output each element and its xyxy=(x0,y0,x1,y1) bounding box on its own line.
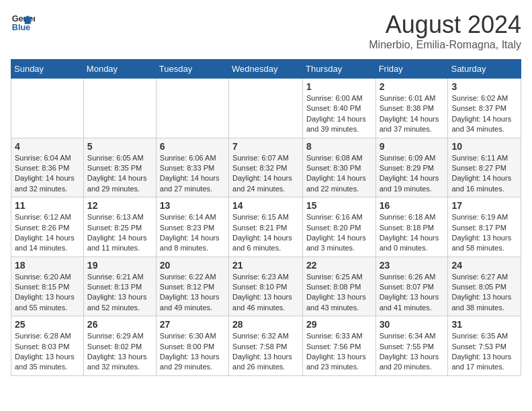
calendar-cell: 24Sunrise: 6:27 AM Sunset: 8:05 PM Dayli… xyxy=(448,257,521,316)
day-number: 24 xyxy=(451,260,517,271)
calendar-cell: 14Sunrise: 6:15 AM Sunset: 8:21 PM Dayli… xyxy=(229,197,303,257)
day-number: 19 xyxy=(87,260,152,271)
day-number: 8 xyxy=(306,141,372,152)
day-number: 27 xyxy=(160,319,225,330)
day-info: Sunrise: 6:33 AM Sunset: 7:56 PM Dayligh… xyxy=(306,331,372,373)
calendar-cell: 20Sunrise: 6:22 AM Sunset: 8:12 PM Dayli… xyxy=(156,257,228,316)
day-number: 2 xyxy=(380,81,445,92)
day-info: Sunrise: 6:26 AM Sunset: 8:07 PM Dayligh… xyxy=(380,272,445,314)
day-number: 20 xyxy=(160,260,225,271)
calendar-cell: 30Sunrise: 6:34 AM Sunset: 7:55 PM Dayli… xyxy=(375,316,448,376)
calendar-cell: 17Sunrise: 6:19 AM Sunset: 8:17 PM Dayli… xyxy=(448,197,521,257)
day-number: 28 xyxy=(232,319,299,330)
day-info: Sunrise: 6:15 AM Sunset: 8:21 PM Dayligh… xyxy=(232,212,299,254)
calendar-cell: 11Sunrise: 6:12 AM Sunset: 8:26 PM Dayli… xyxy=(11,197,84,257)
day-number: 18 xyxy=(15,260,80,271)
calendar-cell: 25Sunrise: 6:28 AM Sunset: 8:03 PM Dayli… xyxy=(11,316,84,376)
calendar-cell: 5Sunrise: 6:05 AM Sunset: 8:35 PM Daylig… xyxy=(83,138,156,197)
svg-text:Blue: Blue xyxy=(12,23,30,32)
day-number: 17 xyxy=(451,200,517,211)
day-header: Thursday xyxy=(302,60,375,79)
calendar-week-row: 18Sunrise: 6:20 AM Sunset: 8:15 PM Dayli… xyxy=(11,257,521,316)
day-info: Sunrise: 6:23 AM Sunset: 8:10 PM Dayligh… xyxy=(232,272,299,314)
calendar-cell: 1Sunrise: 6:00 AM Sunset: 8:40 PM Daylig… xyxy=(302,79,375,138)
calendar-cell: 26Sunrise: 6:29 AM Sunset: 8:02 PM Dayli… xyxy=(83,316,156,376)
page-header: General Blue August 2024 Minerbio, Emili… xyxy=(11,11,521,51)
day-info: Sunrise: 6:11 AM Sunset: 8:27 PM Dayligh… xyxy=(451,153,517,195)
calendar-cell: 8Sunrise: 6:08 AM Sunset: 8:30 PM Daylig… xyxy=(302,138,375,197)
logo-icon: General Blue xyxy=(11,11,35,35)
day-header: Wednesday xyxy=(229,60,303,79)
day-info: Sunrise: 6:01 AM Sunset: 8:38 PM Dayligh… xyxy=(380,93,445,135)
calendar-cell xyxy=(11,79,84,138)
day-number: 22 xyxy=(306,260,372,271)
calendar-cell: 23Sunrise: 6:26 AM Sunset: 8:07 PM Dayli… xyxy=(375,257,448,316)
day-header: Friday xyxy=(375,60,448,79)
subtitle: Minerbio, Emilia-Romagna, Italy xyxy=(369,39,521,51)
calendar-cell: 10Sunrise: 6:11 AM Sunset: 8:27 PM Dayli… xyxy=(448,138,521,197)
calendar-cell xyxy=(83,79,156,138)
calendar-week-row: 4Sunrise: 6:04 AM Sunset: 8:36 PM Daylig… xyxy=(11,138,521,197)
day-info: Sunrise: 6:29 AM Sunset: 8:02 PM Dayligh… xyxy=(87,331,152,373)
calendar-cell: 13Sunrise: 6:14 AM Sunset: 8:23 PM Dayli… xyxy=(156,197,228,257)
title-block: August 2024 Minerbio, Emilia-Romagna, It… xyxy=(369,11,521,51)
day-number: 16 xyxy=(380,200,445,211)
day-number: 26 xyxy=(87,319,152,330)
calendar-cell: 3Sunrise: 6:02 AM Sunset: 8:37 PM Daylig… xyxy=(448,79,521,138)
day-number: 13 xyxy=(160,200,225,211)
day-info: Sunrise: 6:25 AM Sunset: 8:08 PM Dayligh… xyxy=(306,272,372,314)
day-number: 23 xyxy=(380,260,445,271)
calendar-cell xyxy=(229,79,303,138)
day-info: Sunrise: 6:12 AM Sunset: 8:26 PM Dayligh… xyxy=(15,212,80,254)
calendar-cell xyxy=(156,79,228,138)
calendar-cell: 22Sunrise: 6:25 AM Sunset: 8:08 PM Dayli… xyxy=(302,257,375,316)
calendar-cell: 31Sunrise: 6:35 AM Sunset: 7:53 PM Dayli… xyxy=(448,316,521,376)
day-info: Sunrise: 6:05 AM Sunset: 8:35 PM Dayligh… xyxy=(87,153,152,195)
day-info: Sunrise: 6:02 AM Sunset: 8:37 PM Dayligh… xyxy=(451,93,517,135)
calendar-cell: 2Sunrise: 6:01 AM Sunset: 8:38 PM Daylig… xyxy=(375,79,448,138)
day-number: 10 xyxy=(451,141,517,152)
calendar-cell: 19Sunrise: 6:21 AM Sunset: 8:13 PM Dayli… xyxy=(83,257,156,316)
day-info: Sunrise: 6:07 AM Sunset: 8:32 PM Dayligh… xyxy=(232,153,299,195)
calendar-cell: 28Sunrise: 6:32 AM Sunset: 7:58 PM Dayli… xyxy=(229,316,303,376)
day-info: Sunrise: 6:32 AM Sunset: 7:58 PM Dayligh… xyxy=(232,331,299,373)
day-info: Sunrise: 6:13 AM Sunset: 8:25 PM Dayligh… xyxy=(87,212,152,254)
day-info: Sunrise: 6:35 AM Sunset: 7:53 PM Dayligh… xyxy=(451,331,517,373)
calendar-body: 1Sunrise: 6:00 AM Sunset: 8:40 PM Daylig… xyxy=(11,79,521,376)
calendar-cell: 21Sunrise: 6:23 AM Sunset: 8:10 PM Dayli… xyxy=(229,257,303,316)
day-number: 11 xyxy=(15,200,80,211)
day-info: Sunrise: 6:08 AM Sunset: 8:30 PM Dayligh… xyxy=(306,153,372,195)
calendar-cell: 29Sunrise: 6:33 AM Sunset: 7:56 PM Dayli… xyxy=(302,316,375,376)
calendar-cell: 6Sunrise: 6:06 AM Sunset: 8:33 PM Daylig… xyxy=(156,138,228,197)
day-info: Sunrise: 6:09 AM Sunset: 8:29 PM Dayligh… xyxy=(380,153,445,195)
day-number: 29 xyxy=(306,319,372,330)
day-info: Sunrise: 6:34 AM Sunset: 7:55 PM Dayligh… xyxy=(380,331,445,373)
calendar-cell: 16Sunrise: 6:18 AM Sunset: 8:18 PM Dayli… xyxy=(375,197,448,257)
day-info: Sunrise: 6:00 AM Sunset: 8:40 PM Dayligh… xyxy=(306,93,372,135)
day-info: Sunrise: 6:04 AM Sunset: 8:36 PM Dayligh… xyxy=(15,153,80,195)
day-number: 21 xyxy=(232,260,299,271)
calendar-cell: 9Sunrise: 6:09 AM Sunset: 8:29 PM Daylig… xyxy=(375,138,448,197)
day-number: 15 xyxy=(306,200,372,211)
day-info: Sunrise: 6:18 AM Sunset: 8:18 PM Dayligh… xyxy=(380,212,445,254)
main-title: August 2024 xyxy=(369,11,521,39)
day-number: 12 xyxy=(87,200,152,211)
day-number: 30 xyxy=(380,319,445,330)
day-number: 1 xyxy=(306,81,372,92)
day-info: Sunrise: 6:20 AM Sunset: 8:15 PM Dayligh… xyxy=(15,272,80,314)
day-info: Sunrise: 6:22 AM Sunset: 8:12 PM Dayligh… xyxy=(160,272,225,314)
calendar-cell: 7Sunrise: 6:07 AM Sunset: 8:32 PM Daylig… xyxy=(229,138,303,197)
logo: General Blue xyxy=(11,11,35,35)
day-info: Sunrise: 6:28 AM Sunset: 8:03 PM Dayligh… xyxy=(15,331,80,373)
day-number: 9 xyxy=(380,141,445,152)
day-info: Sunrise: 6:19 AM Sunset: 8:17 PM Dayligh… xyxy=(451,212,517,254)
day-number: 7 xyxy=(232,141,299,152)
day-header: Tuesday xyxy=(156,60,228,79)
day-info: Sunrise: 6:21 AM Sunset: 8:13 PM Dayligh… xyxy=(87,272,152,314)
calendar-cell: 18Sunrise: 6:20 AM Sunset: 8:15 PM Dayli… xyxy=(11,257,84,316)
day-number: 31 xyxy=(451,319,517,330)
day-header: Saturday xyxy=(448,60,521,79)
day-number: 6 xyxy=(160,141,225,152)
day-info: Sunrise: 6:14 AM Sunset: 8:23 PM Dayligh… xyxy=(160,212,225,254)
day-info: Sunrise: 6:06 AM Sunset: 8:33 PM Dayligh… xyxy=(160,153,225,195)
